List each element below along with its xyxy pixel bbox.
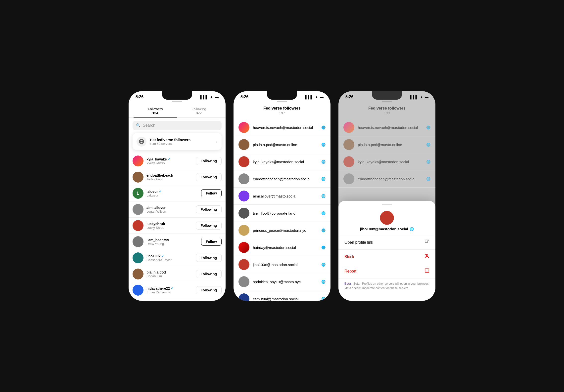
avatar bbox=[343, 156, 354, 167]
fediverse-arrow-icon: › bbox=[216, 139, 218, 144]
list-item: kyia_kayaks ✓ Yvette Mistry Following bbox=[129, 153, 226, 169]
follower-display: Sooah Lim bbox=[146, 274, 193, 278]
globe-icon: 🌐 bbox=[426, 160, 430, 164]
fediverse-header-count: 197 bbox=[238, 111, 326, 115]
list-item: jiho100x ✓ Cassandra Taylor Following bbox=[129, 250, 226, 266]
block-action[interactable]: Block bbox=[338, 249, 435, 264]
avatar bbox=[238, 225, 249, 236]
fediverse-header-title-3: Fediverse followers bbox=[343, 106, 430, 111]
fedi-username: kyia_kayaks@mastodon.social bbox=[358, 160, 423, 164]
search-bar[interactable]: 🔍 Search bbox=[133, 121, 222, 130]
signal-icon: ▌▌▌ bbox=[305, 95, 313, 99]
follow-button[interactable]: Follow bbox=[201, 189, 222, 197]
avatar bbox=[343, 122, 354, 133]
wifi-icon: ▲ bbox=[210, 95, 213, 99]
globe-icon: 🌐 bbox=[321, 177, 326, 181]
list-item: endoatthebeach@mastodon.social 🌐 bbox=[338, 170, 435, 188]
list-item: kyia_kayaks@mastodon.social 🌐 bbox=[234, 153, 330, 170]
follow-button[interactable]: Following bbox=[196, 173, 222, 181]
signal-icon: ▌▌▌ bbox=[200, 95, 208, 99]
fedi-username: pia.in.a.pod@masto.online bbox=[358, 143, 423, 147]
avatar bbox=[238, 259, 249, 270]
fediverse-list: heaven.is.nevaeh@mastodon.social 🌐 pia.i… bbox=[234, 119, 330, 301]
follower-username: pia.in.a.pod bbox=[146, 270, 193, 274]
battery-icon: ▬ bbox=[215, 95, 219, 99]
sheet-user-header: jiho100x@mastodon.social 🌐 bbox=[338, 209, 435, 235]
time-1: 5:26 bbox=[136, 95, 143, 99]
bottom-sheet: jiho100x@mastodon.social 🌐 Open profile … bbox=[338, 201, 435, 301]
fediverse-banner[interactable]: 199 fediverse followers from 50 servers … bbox=[133, 133, 222, 150]
avatar bbox=[343, 139, 354, 150]
follow-button[interactable]: Follow bbox=[201, 238, 222, 246]
avatar bbox=[133, 156, 143, 166]
follow-button[interactable]: Following bbox=[196, 254, 222, 262]
avatar bbox=[133, 252, 143, 263]
list-item: kyia_kayaks@mastodon.social 🌐 bbox=[338, 153, 435, 170]
list-item: aimi.allover@masto.social 🌐 bbox=[234, 188, 330, 205]
follower-info: liam_beanz99 Drew Young bbox=[146, 238, 198, 246]
follower-info: pia.in.a.pod Sooah Lim bbox=[146, 270, 193, 278]
status-icons-1: ▌▌▌ ▲ ▬ bbox=[200, 95, 219, 99]
beta-note: Beta · Beta · Profiles on other servers … bbox=[338, 278, 435, 293]
globe-icon: 🌐 bbox=[321, 194, 326, 198]
drag-indicator-3 bbox=[382, 101, 392, 102]
report-action[interactable]: Report bbox=[338, 264, 435, 278]
follow-button[interactable]: Following bbox=[196, 286, 222, 294]
open-profile-label: Open profile link bbox=[344, 240, 373, 245]
tab-followers-count: 154 bbox=[134, 111, 177, 115]
globe-icon: 🌐 bbox=[426, 125, 430, 129]
tab-followers-label: Followers bbox=[134, 107, 177, 111]
search-placeholder: Search bbox=[143, 123, 155, 128]
globe-icon: 🌐 bbox=[321, 211, 326, 215]
avatar bbox=[133, 172, 143, 183]
battery-icon: ▬ bbox=[320, 95, 324, 99]
tabs-header: Followers 154 Following 377 bbox=[129, 104, 226, 118]
follower-list: kyia_kayaks ✓ Yvette Mistry Following en… bbox=[129, 153, 226, 298]
avatar bbox=[133, 285, 143, 296]
follow-button[interactable]: Following bbox=[196, 270, 222, 278]
fedi-username: endoatthebeach@mastodon.social bbox=[253, 177, 318, 181]
follower-username: aimi.allover bbox=[146, 206, 193, 210]
fediverse-header: Fediverse followers 197 bbox=[234, 104, 330, 119]
fedi-username: csmutual@mastodon.social bbox=[253, 297, 318, 301]
follow-button[interactable]: Following bbox=[196, 157, 222, 165]
follow-button[interactable]: Following bbox=[196, 205, 222, 213]
list-item: pia.in.a.pod@masto.online 🌐 bbox=[338, 136, 435, 153]
avatar bbox=[343, 173, 354, 184]
fediverse-list-3: heaven.is.nevaeh@mastodon.social 🌐 pia.i… bbox=[338, 119, 435, 188]
verified-badge: ✓ bbox=[171, 286, 174, 290]
follower-display: LaLueur bbox=[146, 194, 198, 197]
status-icons-2: ▌▌▌ ▲ ▬ bbox=[305, 95, 324, 99]
globe-icon: 🌐 bbox=[410, 227, 414, 231]
svg-line-3 bbox=[425, 254, 429, 258]
avatar bbox=[238, 242, 249, 253]
list-item: liam_beanz99 Drew Young Follow bbox=[129, 234, 226, 250]
list-item: endoatthebeach@mastodon.social 🌐 bbox=[234, 170, 330, 188]
fedi-username: heaven.is.nevaeh@mastodon.social bbox=[253, 125, 318, 130]
wifi-icon: ▲ bbox=[315, 95, 318, 99]
tab-following[interactable]: Following 377 bbox=[177, 104, 221, 118]
signal-icon: ▌▌▌ bbox=[410, 95, 418, 99]
list-item: pia.in.a.pod Sooah Lim Following bbox=[129, 266, 226, 282]
avatar bbox=[238, 156, 249, 167]
external-link-icon bbox=[424, 239, 429, 245]
list-item: aimi.allover Logan Wilson Following bbox=[129, 201, 226, 218]
avatar bbox=[238, 208, 249, 219]
avatar bbox=[238, 139, 249, 150]
verified-badge: ✓ bbox=[159, 190, 162, 193]
tab-followers[interactable]: Followers 154 bbox=[134, 104, 177, 118]
phone-1: 5:26 ▌▌▌ ▲ ▬ Followers 154 Following 377 bbox=[129, 91, 226, 301]
open-profile-action[interactable]: Open profile link bbox=[338, 235, 435, 249]
avatar bbox=[133, 204, 143, 215]
beta-text: Beta · Beta · Profiles on other servers … bbox=[344, 281, 429, 290]
drag-indicator-2 bbox=[277, 101, 287, 102]
drag-indicator-1 bbox=[172, 101, 182, 102]
follower-display: Logan Wilson bbox=[146, 210, 193, 213]
follower-username: endoatthebeach bbox=[146, 173, 193, 177]
follower-display: Ethan Yamamoto bbox=[146, 290, 193, 294]
fedi-username: sprinkles_bby19@masto.nyc bbox=[253, 280, 318, 284]
report-icon bbox=[424, 268, 429, 274]
follower-display: Lucky Shrub bbox=[146, 226, 193, 230]
follow-button[interactable]: Following bbox=[196, 222, 222, 230]
globe-icon: 🌐 bbox=[321, 160, 326, 164]
